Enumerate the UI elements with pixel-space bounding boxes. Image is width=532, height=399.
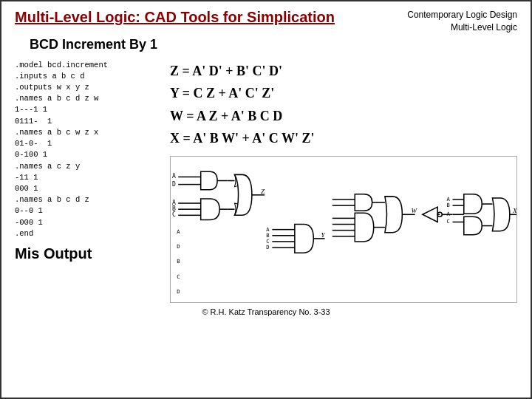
left-column: .model bcd.increment .inputs a b c d .ou… bbox=[15, 60, 163, 304]
header: Multi-Level Logic: CAD Tools for Simplic… bbox=[15, 9, 517, 34]
svg-text:Y: Y bbox=[321, 231, 325, 239]
book-title: Contemporary Logic Design bbox=[407, 9, 517, 21]
subtitle: BCD Increment By 1 bbox=[30, 37, 517, 52]
slide: Multi-Level Logic: CAD Tools for Simplic… bbox=[0, 0, 532, 399]
svg-text:A: A bbox=[172, 172, 176, 180]
svg-marker-36 bbox=[423, 207, 437, 222]
diagram-svg: A D A B C bbox=[171, 157, 516, 302]
equation-y: Y = C Z + A' C' Z' bbox=[170, 82, 517, 105]
equation-w: W = A Z + A' B C D bbox=[170, 105, 517, 128]
svg-text:C: C bbox=[177, 273, 180, 280]
svg-text:D: D bbox=[172, 180, 176, 188]
svg-text:B: B bbox=[446, 202, 449, 208]
logic-diagram: A D A B C bbox=[170, 156, 517, 303]
svg-text:D: D bbox=[177, 288, 180, 295]
content-area: .model bcd.increment .inputs a b c d .ou… bbox=[15, 60, 517, 304]
svg-text:A: A bbox=[177, 228, 180, 235]
header-right: Contemporary Logic Design Multi-Level Lo… bbox=[407, 9, 517, 34]
equations: Z = A' D' + B' C' D' Y = C Z + A' C' Z' … bbox=[170, 60, 517, 150]
svg-text:B: B bbox=[177, 258, 180, 265]
code-block: .model bcd.increment .inputs a b c d .ou… bbox=[15, 60, 163, 240]
mis-output-label: Mis Output bbox=[15, 245, 163, 262]
svg-text:Z: Z bbox=[261, 188, 265, 195]
chapter-title: Multi-Level Logic bbox=[407, 21, 517, 34]
equation-z: Z = A' D' + B' C' D' bbox=[170, 60, 517, 83]
svg-text:D: D bbox=[177, 243, 180, 250]
svg-text:A: A bbox=[446, 211, 450, 217]
slide-title: Multi-Level Logic: CAD Tools for Simplic… bbox=[15, 9, 335, 26]
right-column: Z = A' D' + B' C' D' Y = C Z + A' C' Z' … bbox=[170, 60, 517, 304]
svg-text:W: W bbox=[412, 207, 418, 214]
equation-x: X = A' B W' + A' C W' Z' bbox=[170, 127, 517, 150]
svg-text:D: D bbox=[266, 244, 269, 250]
svg-text:X: X bbox=[512, 207, 516, 214]
footer: © R.H. Katz Transparency No. 3-33 bbox=[15, 307, 517, 316]
svg-text:C: C bbox=[172, 211, 176, 218]
svg-text:C: C bbox=[446, 218, 449, 225]
